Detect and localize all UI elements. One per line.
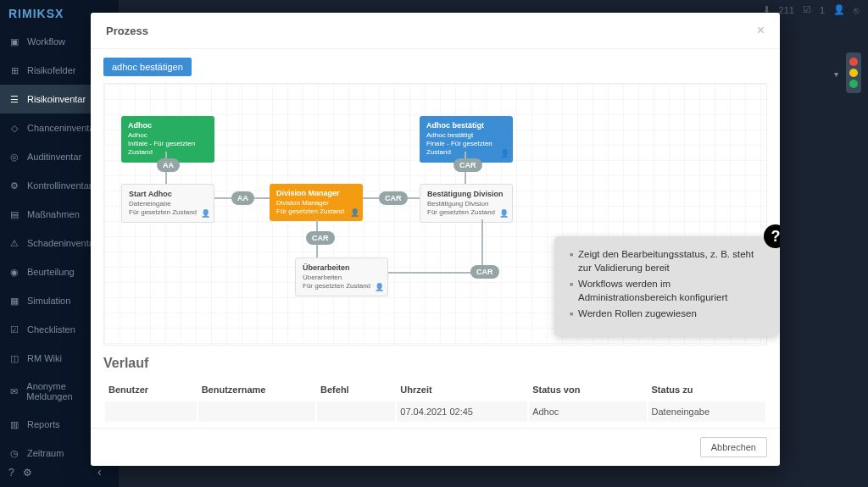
sidebar-item-label: Zeitraum xyxy=(27,448,64,458)
adhoc-confirm-button[interactable]: adhoc bestätigen xyxy=(103,58,192,76)
verlauf-heading: Verlauf xyxy=(103,356,767,371)
node-sub2: Für gesetzten Zustand xyxy=(129,208,207,217)
node-title: Adhoc xyxy=(128,121,208,131)
person-icon: 👤 xyxy=(500,149,509,159)
node-bestaetigung-division[interactable]: Bestätigung Division Bestätigung Divisio… xyxy=(420,184,513,223)
time-icon: ◷ xyxy=(8,447,20,459)
node-sub2: Für gesetzten Zustand xyxy=(303,282,381,291)
cell-befehl xyxy=(317,401,395,422)
sidebar-item-label: Reports xyxy=(27,419,60,429)
node-sub2: Für gesetzten Zustand xyxy=(427,208,505,217)
modal-title: Prozess xyxy=(106,25,148,37)
cell-von: Adhoc xyxy=(529,401,646,422)
chevron-left-icon[interactable]: ‹ xyxy=(97,465,102,479)
check-icon[interactable]: ☑ xyxy=(803,4,811,15)
node-start-adhoc[interactable]: Start Adhoc Dateneingabe Für gesetzten Z… xyxy=(121,184,214,223)
user-icon[interactable]: 👤 xyxy=(833,4,845,15)
cancel-button[interactable]: Abbrechen xyxy=(700,437,767,457)
grid-icon: ⊞ xyxy=(8,64,20,76)
person-icon: 👤 xyxy=(201,209,210,219)
cell-user xyxy=(105,401,197,422)
measures-icon: ▤ xyxy=(8,208,20,220)
node-sub2: Finale - Für gesetzten Zustand xyxy=(426,140,506,158)
col-benutzername: Benutzername xyxy=(198,379,315,400)
anon-icon: ✉ xyxy=(8,385,19,397)
cell-username xyxy=(198,401,315,422)
node-sub2: Für gesetzten Zustand xyxy=(276,208,356,216)
node-title: Division Manager xyxy=(276,189,356,199)
sidebar-item-label: RM Wiki xyxy=(27,353,62,363)
col-uhrzeit: Uhrzeit xyxy=(397,379,527,400)
sidebar-item-label: Kontrollinventar xyxy=(27,180,92,191)
wiki-icon: ◫ xyxy=(8,352,20,364)
node-sub1: Dateneingabe xyxy=(129,200,207,208)
help-item: Zeigt den Bearbeitungsstatus, z. B. steh… xyxy=(570,248,764,274)
edge-label-aa: AA xyxy=(231,191,254,205)
node-title: Überarbeiten xyxy=(303,263,381,274)
cell-zu: Dateneingabe xyxy=(648,401,765,422)
dropdown-caret-icon[interactable]: ▾ xyxy=(834,69,838,79)
sidebar-item-label: Schadeninventar xyxy=(27,238,97,248)
traffic-green-icon xyxy=(849,80,858,88)
traffic-yellow-icon xyxy=(849,69,858,77)
node-sub1: Bestätigung Division xyxy=(427,200,505,208)
node-sub1: Überarbeiten xyxy=(303,274,381,282)
logout-icon[interactable]: ⎋ xyxy=(854,5,860,15)
col-status-zu: Status zu xyxy=(648,379,765,400)
help-icon[interactable]: ? xyxy=(8,467,14,479)
workflow-diagram: Adhoc Adhoc Initiale - Für gesetzten Zus… xyxy=(103,83,767,346)
node-title: Adhoc bestätigt xyxy=(426,121,506,131)
gear-icon[interactable]: ⚙ xyxy=(23,467,32,479)
report-icon: ▥ xyxy=(8,418,20,430)
sidebar-item-label: Maßnahmen xyxy=(27,209,80,219)
edge-line xyxy=(388,272,481,274)
sim-icon: ▦ xyxy=(8,295,20,307)
col-benutzer: Benutzer xyxy=(105,379,197,400)
table-row: 07.04.2021 02:45 Adhoc Dateneingabe xyxy=(105,401,765,422)
node-title: Start Adhoc xyxy=(129,190,207,200)
sidebar-item-label: Beurteilung xyxy=(27,267,75,277)
sidebar-item-label: Auditinventar xyxy=(27,152,81,162)
node-sub2: Initiale - Für gesetzten Zustand xyxy=(128,140,208,158)
node-division-manager[interactable]: Division Manager Division Manager Für ge… xyxy=(270,184,363,221)
control-icon: ⚙ xyxy=(8,180,20,191)
edge-label-car: CAR xyxy=(453,158,482,172)
node-sub1: Adhoc bestätigt xyxy=(426,131,506,140)
node-title: Bestätigung Division xyxy=(427,190,505,200)
help-question-icon[interactable]: ? xyxy=(764,224,780,248)
traffic-light-panel xyxy=(846,53,861,93)
sidebar-item-label: Risikofelder xyxy=(27,65,75,75)
modal-footer: Abbrechen xyxy=(91,428,780,466)
modal-body: adhoc bestätigen Adhoc Adhoc Initiale - … xyxy=(91,49,780,428)
assess-icon: ◉ xyxy=(8,266,20,278)
chance-icon: ◇ xyxy=(8,122,20,134)
inventory-icon: ☰ xyxy=(8,93,20,105)
check-count: 1 xyxy=(820,5,825,15)
edge-label-car: CAR xyxy=(306,231,335,245)
help-item: Werden Rollen zugewiesen xyxy=(570,307,764,321)
sidebar-item-label: Checklisten xyxy=(27,324,75,335)
count-badge: 211 xyxy=(779,5,794,15)
help-item: Workflows werden im Administrationsberei… xyxy=(570,278,764,304)
node-adhoc-bestaetigt[interactable]: Adhoc bestätigt Adhoc bestätigt Finale -… xyxy=(420,116,513,163)
person-icon: 👤 xyxy=(350,208,359,219)
traffic-red-icon xyxy=(849,58,858,66)
check-icon: ☑ xyxy=(8,324,20,335)
damage-icon: ⚠ xyxy=(8,237,20,249)
sidebar-item-label: Workflow xyxy=(27,36,65,47)
process-modal: Prozess × adhoc bestätigen Adhoc Adhoc I… xyxy=(91,13,780,466)
edge-label-car: CAR xyxy=(470,265,499,279)
audit-icon: ◎ xyxy=(8,151,20,163)
node-sub1: Adhoc xyxy=(128,131,208,140)
sidebar-item-label: Chanceninventar xyxy=(27,123,97,133)
modal-header: Prozess × xyxy=(91,13,780,49)
node-adhoc[interactable]: Adhoc Adhoc Initiale - Für gesetzten Zus… xyxy=(121,116,214,163)
person-icon: 👤 xyxy=(499,209,509,219)
node-ueberarbeiten[interactable]: Überarbeiten Überarbeiten Für gesetzten … xyxy=(295,257,388,296)
sidebar-item-label: Simulation xyxy=(27,296,70,306)
sidebar-item-label: Risikoinventar xyxy=(27,94,86,104)
close-icon[interactable]: × xyxy=(757,23,765,38)
workflow-icon: ▣ xyxy=(8,36,20,47)
col-status-von: Status von xyxy=(529,379,646,400)
col-befehl: Befehl xyxy=(317,379,395,400)
